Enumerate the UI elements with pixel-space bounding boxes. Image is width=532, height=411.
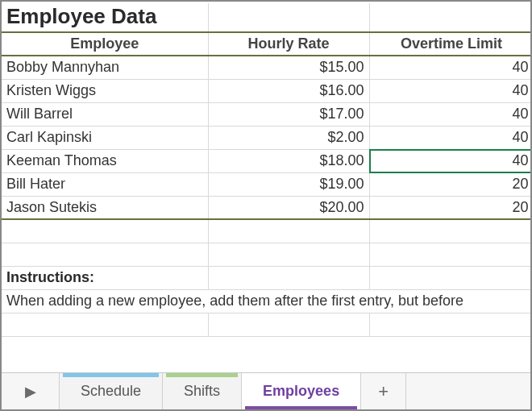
table-row[interactable]: Kristen Wiggs $16.00 40 (2, 79, 530, 102)
tab-shifts[interactable]: Shifts (163, 373, 242, 409)
tab-schedule[interactable]: Schedule (60, 373, 163, 409)
col-header-employee[interactable]: Employee (2, 32, 208, 56)
cell-name[interactable]: Bobby Mannyhan (2, 56, 208, 79)
cell-name[interactable]: Keeman Thomas (2, 149, 208, 172)
employee-table: Employee Data Employee Hourly Rate Overt… (2, 3, 530, 337)
cell-limit-value: 40 (512, 152, 528, 168)
cell-rate[interactable]: $16.00 (208, 79, 369, 102)
cell-rate[interactable]: $18.00 (208, 149, 369, 172)
instructions-text[interactable]: When adding a new employee, add them aft… (2, 289, 530, 313)
page-title: Employee Data (2, 3, 208, 32)
table-row[interactable]: Carl Kapinski $2.00 40 (2, 126, 530, 149)
table-row[interactable]: Jason Sutekis $20.00 20 (2, 196, 530, 219)
cell-name[interactable]: Bill Hater (2, 172, 208, 196)
sheet-tabstrip: ▶ Schedule Shifts Employees + (2, 372, 530, 409)
cell-name[interactable]: Will Barrel (2, 102, 208, 126)
col-header-rate[interactable]: Hourly Rate (208, 32, 369, 56)
spreadsheet-grid[interactable]: Employee Data Employee Hourly Rate Overt… (2, 2, 530, 372)
tab-color-bar (63, 373, 159, 377)
add-sheet-button[interactable]: + (361, 373, 406, 409)
cell-limit[interactable]: 40 (369, 126, 530, 149)
cell-limit[interactable]: 40 (369, 56, 530, 79)
cell-name[interactable]: Kristen Wiggs (2, 79, 208, 102)
cell-rate[interactable]: $2.00 (208, 126, 369, 149)
cell-limit[interactable]: 40 (369, 102, 530, 126)
plus-icon: + (378, 381, 389, 402)
col-header-limit[interactable]: Overtime Limit (369, 32, 530, 56)
selection-outline (369, 149, 531, 173)
cell-limit-selected[interactable]: 40 (369, 149, 530, 172)
table-row[interactable]: Will Barrel $17.00 40 (2, 102, 530, 126)
cell-rate[interactable]: $19.00 (208, 172, 369, 196)
tab-label: Schedule (81, 383, 141, 400)
table-row[interactable]: Bill Hater $19.00 20 (2, 172, 530, 196)
tab-employees[interactable]: Employees (242, 373, 361, 409)
tab-label: Shifts (184, 383, 220, 400)
cell-name[interactable]: Carl Kapinski (2, 126, 208, 149)
cell-rate[interactable]: $17.00 (208, 102, 369, 126)
tabstrip-spacer (406, 373, 530, 409)
tab-color-bar (245, 406, 357, 409)
cell-limit[interactable]: 40 (369, 79, 530, 102)
tab-color-bar (166, 373, 238, 377)
cell-limit[interactable]: 20 (369, 196, 530, 219)
table-row[interactable]: Keeman Thomas $18.00 40 (2, 149, 530, 172)
cell-rate[interactable]: $20.00 (208, 196, 369, 219)
instructions-label[interactable]: Instructions: (2, 266, 208, 289)
cell-limit[interactable]: 20 (369, 172, 530, 196)
play-icon: ▶ (25, 383, 36, 401)
cell-name[interactable]: Jason Sutekis (2, 196, 208, 219)
cell-rate[interactable]: $15.00 (208, 56, 369, 79)
tab-nav-button[interactable]: ▶ (2, 373, 60, 409)
table-row[interactable]: Bobby Mannyhan $15.00 40 (2, 56, 530, 79)
tab-label: Employees (263, 383, 339, 400)
